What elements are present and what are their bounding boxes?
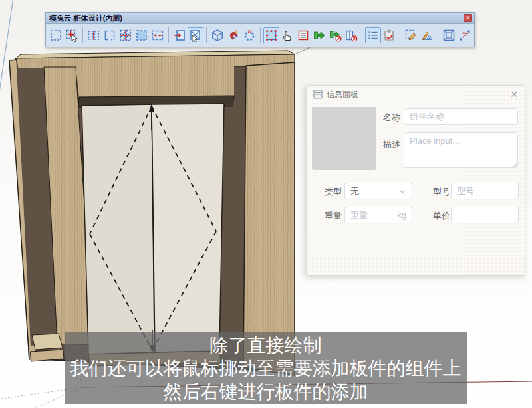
frame-scale-icon[interactable] [441,27,457,43]
weight-input[interactable] [350,210,394,220]
info-panel-icon[interactable] [365,27,381,43]
type-select[interactable]: 无 [344,183,412,199]
toolbar-separator [206,27,207,43]
type-select-value: 无 [350,185,398,197]
chevron-down-icon [398,187,406,195]
toolbar-icons: 10cm [46,24,474,47]
split-vertical-icon[interactable] [86,27,102,43]
toolbar-separator [362,27,362,43]
weight-unit: kg [397,210,406,220]
form-list-icon[interactable] [295,27,311,43]
name-label: 名称 [383,112,400,124]
toolbar-separator [168,27,169,43]
plugin-titlebar[interactable]: 模兔云-柜体设计(内测) x [46,13,474,24]
svg-text:10cm: 10cm [462,31,469,35]
panel-close-icon[interactable]: ✕ [510,90,518,99]
model-input[interactable] [451,183,519,199]
subtitle-line: 除了直接绘制 [210,334,322,357]
info-panel-header: 信息面板 ✕ [307,86,525,103]
pencil-ruler-icon[interactable] [419,27,435,43]
select-frame-icon[interactable] [48,27,64,43]
delete-panel-icon[interactable] [188,27,203,43]
export-green-icon[interactable] [311,27,327,43]
component-thumbnail[interactable] [312,107,376,170]
subtitle-line: 然后右键进行板件的添加 [164,380,368,403]
wardrobe-model[interactable] [9,46,313,375]
info-panel-title: 信息面板 [327,89,510,100]
anchor-points-icon[interactable] [263,27,279,43]
description-label: 描述 [383,139,400,151]
subtitle-line: 我们还可以将鼠标挪动至需要添加板件的组件上 [70,357,462,380]
name-input[interactable] [404,108,518,125]
component-cube-icon[interactable] [209,27,225,43]
panel-list-icon [313,90,323,99]
type-label: 类型 [325,186,342,198]
draw-pencil-icon[interactable] [403,27,419,43]
export-error-icon[interactable] [327,27,343,43]
plugin-window-title: 模兔云-柜体设计(内测) [49,13,464,23]
toolbar-separator [400,27,400,43]
info-panel: 信息面板 ✕ 名称 描述 类型 无 型号 重量 kg 单价 [306,85,525,276]
measure-icon[interactable]: 10cm [457,27,473,43]
fill-panel-icon[interactable] [134,27,150,43]
edit-bracket-icon[interactable] [102,27,118,43]
description-textarea[interactable] [404,132,518,168]
weight-label: 重量 [325,210,342,222]
box-remove-icon[interactable] [343,27,359,43]
window-close-button[interactable]: x [464,14,472,22]
magnet-icon[interactable] [225,27,241,43]
collapse-horizontal-icon[interactable] [150,27,166,43]
toolbar-separator [260,27,261,43]
select-cross-icon[interactable] [64,27,80,43]
model-label: 型号 [433,186,450,198]
price-label: 单价 [433,210,450,222]
insert-panel-icon[interactable] [172,27,188,43]
price-input[interactable] [451,207,519,223]
toolbar-separator [438,27,438,43]
clipboard-export-icon[interactable] [381,27,397,43]
toolbar-separator [82,27,83,43]
subtitle-overlay: 除了直接绘制 我们还可以将鼠标挪动至需要添加板件的组件上 然后右键进行板件的添加 [65,332,467,404]
weight-field: kg [344,207,412,223]
plugin-toolbar-window: 模兔云-柜体设计(内测) x 10cm [45,12,475,47]
group-dots-icon[interactable] [241,27,257,43]
split-grid-icon[interactable] [118,27,134,43]
hand-select-icon[interactable] [279,27,295,43]
